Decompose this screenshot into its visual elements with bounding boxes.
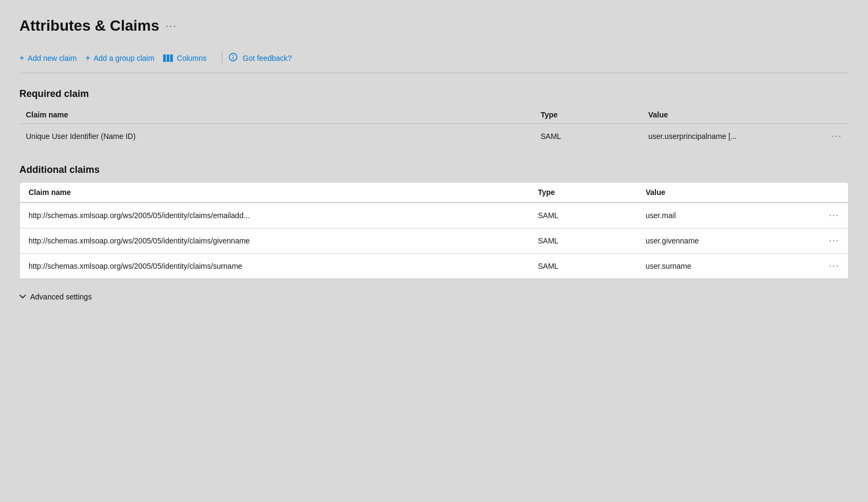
add-new-claim-icon: + [19, 53, 24, 63]
svg-rect-2 [170, 54, 173, 62]
toolbar: + Add new claim + Add a group claim Colu… [19, 50, 849, 73]
additional-row-2-value: user.surname [646, 262, 807, 270]
feedback-icon [229, 53, 237, 63]
additional-row-2-ellipsis[interactable]: ··· [807, 261, 839, 271]
page-ellipsis-button[interactable]: ··· [166, 20, 177, 32]
required-row-claim-name: Unique User Identifier (Name ID) [26, 132, 541, 141]
required-claim-section: Required claim Claim name Type Value Uni… [19, 88, 849, 149]
columns-button[interactable]: Columns [163, 51, 215, 66]
additional-row-2-type: SAML [538, 262, 646, 270]
svg-point-4 [233, 55, 234, 56]
required-table-header: Claim name Type Value [19, 106, 849, 124]
required-col-type: Type [541, 110, 648, 119]
svg-rect-0 [163, 54, 166, 62]
table-row[interactable]: http://schemas.xmlsoap.org/ws/2005/05/id… [20, 228, 848, 254]
required-col-claim-name: Claim name [26, 110, 541, 119]
additional-row-1-ellipsis[interactable]: ··· [807, 236, 839, 246]
svg-rect-1 [166, 54, 169, 62]
additional-col-claim-name: Claim name [29, 188, 538, 197]
additional-table-header: Claim name Type Value [20, 183, 848, 203]
required-col-value: Value [648, 110, 810, 119]
advanced-settings-section[interactable]: Advanced settings [19, 292, 849, 301]
additional-section-title: Additional claims [19, 164, 849, 176]
additional-row-0-ellipsis[interactable]: ··· [807, 211, 839, 220]
table-row[interactable]: http://schemas.xmlsoap.org/ws/2005/05/id… [20, 254, 848, 279]
additional-row-0-value: user.mail [646, 211, 807, 220]
additional-claims-section: Additional claims Claim name Type Value … [19, 164, 849, 280]
additional-row-1-value: user.givenname [646, 236, 807, 245]
additional-row-0-type: SAML [538, 211, 646, 220]
advanced-settings-label: Advanced settings [30, 292, 92, 301]
table-row[interactable]: http://schemas.xmlsoap.org/ws/2005/05/id… [20, 203, 848, 228]
additional-row-0-claim-name: http://schemas.xmlsoap.org/ws/2005/05/id… [29, 211, 538, 220]
additional-row-2-claim-name: http://schemas.xmlsoap.org/ws/2005/05/id… [29, 262, 538, 270]
add-group-claim-button[interactable]: + Add a group claim [85, 50, 163, 66]
page-title: Attributes & Claims [19, 17, 159, 34]
additional-row-1-claim-name: http://schemas.xmlsoap.org/ws/2005/05/id… [29, 236, 538, 245]
additional-col-type: Type [538, 188, 646, 197]
required-row-type: SAML [541, 132, 648, 141]
feedback-button[interactable]: Got feedback? [229, 50, 300, 66]
add-new-claim-button[interactable]: + Add new claim [19, 50, 85, 66]
additional-row-1-type: SAML [538, 236, 646, 245]
additional-claims-table: Claim name Type Value http://schemas.xml… [19, 182, 849, 280]
svg-rect-5 [233, 57, 234, 60]
toolbar-separator [222, 52, 222, 65]
add-group-claim-icon: + [85, 53, 90, 63]
required-row-ellipsis[interactable]: ··· [810, 131, 842, 141]
required-row-value: user.userprincipalname [... [648, 132, 810, 141]
columns-icon [163, 54, 173, 62]
page-title-container: Attributes & Claims ··· [19, 17, 849, 34]
additional-col-value: Value [646, 188, 807, 197]
required-section-title: Required claim [19, 88, 849, 100]
chevron-down-icon [19, 293, 26, 301]
table-row[interactable]: Unique User Identifier (Name ID) SAML us… [19, 124, 849, 149]
